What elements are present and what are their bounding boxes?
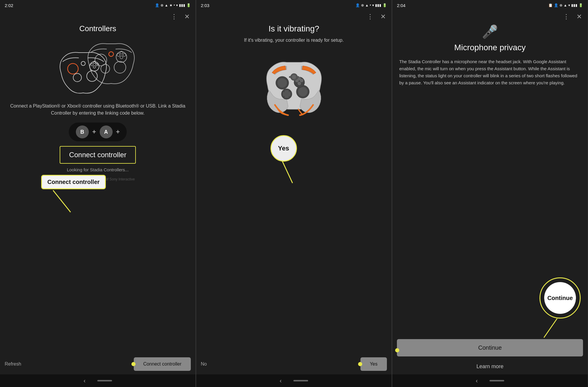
annotation-dot-1	[131, 362, 136, 366]
vibrating-title: Is it vibrating?	[268, 24, 319, 33]
svg-rect-26	[283, 92, 290, 96]
person-icon-2: 👤	[355, 3, 360, 7]
status-icons-1: 👤 ⊕ ▲ ★ • ▾ ▮▮▮ 🔋	[155, 3, 191, 7]
screen-controllers: 2:02 👤 ⊕ ▲ ★ • ▾ ▮▮▮ 🔋 ⋮ ✕ Controllers	[0, 0, 196, 387]
plus-icon-1: +	[92, 128, 96, 136]
xbox-icon-3: ⊕	[559, 3, 562, 7]
svg-point-21	[278, 78, 287, 88]
wifi-icon: ▾	[176, 3, 178, 7]
svg-rect-35	[297, 76, 299, 78]
stadia-controller-area	[253, 51, 335, 133]
connect-box-wrapper: Connect controller	[60, 146, 136, 167]
no-button[interactable]: No	[201, 361, 207, 367]
status-bar-1: 2:02 👤 ⊕ ▲ ★ • ▾ ▮▮▮ 🔋	[0, 0, 196, 11]
top-bar-3: ⋮ ✕	[392, 11, 588, 24]
signal-icon-3: ▲	[564, 3, 567, 7]
dot-icon-2: •	[370, 3, 371, 7]
top-bar-2: ⋮ ✕	[196, 11, 392, 24]
svg-point-8	[120, 56, 123, 59]
microphone-icon: 🎤	[482, 24, 498, 39]
svg-point-13	[81, 61, 85, 66]
status-time-2: 2:03	[201, 3, 209, 8]
annotation-dot-2	[358, 362, 362, 366]
svg-rect-34	[289, 76, 291, 78]
xbox-icon: ⊕	[161, 3, 163, 7]
wifi-icon-2: ▾	[372, 3, 374, 7]
back-arrow-1[interactable]: ‹	[83, 377, 86, 384]
close-icon-2[interactable]: ✕	[379, 12, 387, 22]
connect-btn-wrapper: Connect controller	[134, 357, 191, 371]
mic-privacy-body: The Stadia Controller has a microphone n…	[399, 58, 581, 86]
svg-point-31	[298, 82, 301, 85]
nav-indicator-2	[293, 380, 308, 381]
svg-point-6	[123, 53, 126, 56]
continue-annotation-circle: Continue	[544, 282, 576, 314]
nav-bar-2: ‹	[196, 374, 392, 387]
screen1-main: Controllers	[0, 24, 196, 354]
status-time-1: 2:02	[5, 3, 13, 8]
continue-button[interactable]: Continue	[397, 339, 583, 356]
refresh-button[interactable]: Refresh	[5, 361, 21, 367]
clipboard-icon-3: 📋	[548, 3, 553, 7]
status-bar-2: 2:03 👤 ⊕ ▲ • ▾ ▮▮▮ 🔋	[196, 0, 392, 11]
screen3-bottom: Continue Learn more	[392, 339, 588, 374]
continue-annotation-ring: Continue	[539, 277, 581, 319]
mic-privacy-title: Microphone privacy	[454, 43, 526, 52]
xbox-icon-2: ⊕	[361, 3, 364, 7]
close-icon-1[interactable]: ✕	[183, 12, 191, 22]
controller-image-area	[54, 38, 142, 97]
screen-mic-privacy: 2:04 📋 👤 ⊕ ▲ ▾ ▮▮▮ 🔋 ⋮ ✕ 🎤 Microphone pr…	[392, 0, 588, 387]
screen3-main: 🎤 Microphone privacy The Stadia Controll…	[392, 24, 588, 277]
top-bar-1: ⋮ ✕	[0, 11, 196, 24]
stadia-controller-svg	[253, 51, 335, 133]
nav-bar-1: ‹	[0, 374, 196, 387]
code-btn-b[interactable]: B	[76, 125, 89, 138]
battery-icon: 🔋	[186, 3, 191, 7]
looking-text: Looking for Stadia Controllers...	[67, 167, 128, 172]
nav-indicator-1	[97, 380, 112, 381]
continue-annotation-wrapper: Continue	[392, 277, 588, 339]
svg-point-12	[90, 62, 99, 71]
screen2-main: Is it vibrating? If it's vibrating, your…	[196, 24, 392, 354]
connect-box-label: Connect controller	[69, 151, 126, 159]
svg-point-11	[73, 73, 81, 82]
dot-icon: •	[174, 3, 175, 7]
continue-btn-wrapper: Continue	[397, 339, 583, 361]
code-btn-a[interactable]: A	[100, 125, 113, 138]
bottom-bar-2: No Yes	[196, 354, 392, 374]
svg-point-10	[87, 71, 97, 81]
menu-icon-1[interactable]: ⋮	[170, 12, 178, 22]
connect-controller-button[interactable]: Connect controller	[134, 357, 191, 371]
yes-btn-wrapper: Yes	[360, 357, 387, 371]
nav-indicator-3	[490, 380, 504, 381]
svg-point-17	[93, 66, 96, 68]
svg-point-15	[96, 63, 98, 66]
signal-bars-icon-2: ▮▮▮	[375, 3, 381, 7]
menu-icon-2[interactable]: ⋮	[366, 12, 375, 22]
code-row: B + A +	[69, 123, 127, 141]
svg-point-33	[292, 75, 296, 79]
close-icon-3[interactable]: ✕	[575, 12, 583, 22]
svg-point-5	[117, 53, 120, 56]
back-arrow-3[interactable]: ‹	[476, 377, 478, 384]
svg-point-14	[91, 63, 93, 66]
wifi-icon-3: ▾	[568, 3, 570, 7]
status-bar-3: 2:04 📋 👤 ⊕ ▲ ▾ ▮▮▮ 🔋	[392, 0, 588, 11]
bottom-bar-1: Refresh Connect controller	[0, 354, 196, 374]
trademark-text: PlayStation® is a trademark of Sony Inte…	[61, 177, 135, 182]
battery-icon-2: 🔋	[382, 3, 387, 7]
menu-icon-3[interactable]: ⋮	[562, 12, 571, 22]
svg-point-23	[298, 87, 308, 96]
description-text-1: Connect a PlayStation® or Xbox® controll…	[6, 103, 190, 117]
learn-more-button[interactable]: Learn more	[474, 361, 506, 372]
status-time-3: 2:04	[397, 3, 405, 8]
controllers-title: Controllers	[79, 24, 116, 33]
person-icon-3: 👤	[554, 3, 558, 7]
continue-line-svg	[539, 319, 563, 339]
star-icon: ★	[169, 3, 173, 7]
yes-button[interactable]: Yes	[360, 357, 387, 371]
connect-box: Connect controller	[60, 146, 136, 164]
back-arrow-2[interactable]: ‹	[280, 377, 282, 384]
annotation-dot-3	[395, 348, 399, 352]
continue-annotation-label: Continue	[547, 295, 573, 301]
